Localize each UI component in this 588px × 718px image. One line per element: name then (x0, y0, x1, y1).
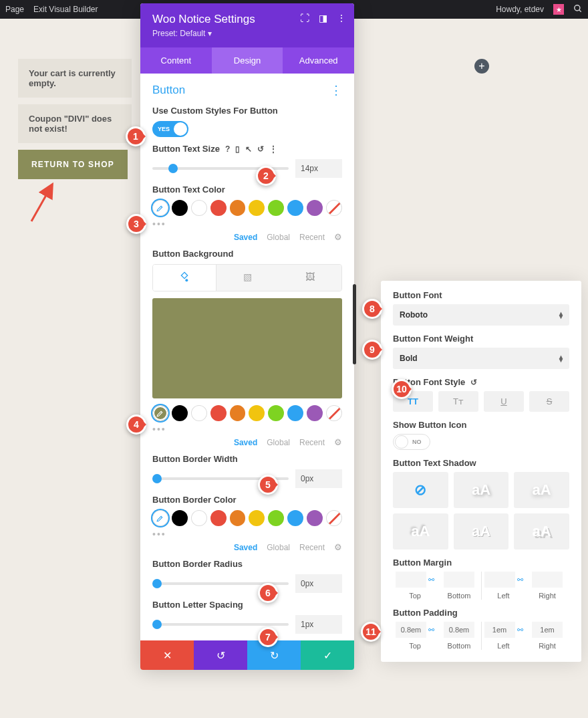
toolbar-howdy[interactable]: Howdy, etdev (496, 5, 544, 14)
swatch-yellow[interactable] (249, 510, 265, 526)
tab-advanced[interactable]: Advanced (283, 47, 354, 74)
gear-icon[interactable]: ⚙ (334, 437, 342, 447)
gear-icon[interactable]: ⚙ (334, 542, 342, 552)
input-letter-spacing[interactable] (295, 615, 342, 634)
panel-scrollbar[interactable] (353, 284, 356, 364)
color-picker-text[interactable] (152, 200, 168, 216)
swatch-green[interactable] (268, 200, 284, 216)
toggle-show-icon[interactable]: NO (393, 434, 430, 450)
panel-menu-icon[interactable]: ⋮ (337, 13, 346, 23)
margin-bottom-input[interactable] (444, 572, 474, 588)
shadow-preset-5[interactable]: aA (514, 513, 569, 550)
swatch-black[interactable] (172, 200, 188, 216)
swatch-tab-recent[interactable]: Recent (299, 543, 325, 552)
shadow-preset-1[interactable]: aA (454, 472, 509, 508)
select-font-weight[interactable]: Bold▴▾ (393, 348, 569, 369)
swatch-orange[interactable] (230, 200, 246, 216)
swatch-tab-recent[interactable]: Recent (299, 233, 325, 242)
expand-icon[interactable]: ⛶ (300, 13, 309, 23)
swatch-red[interactable] (210, 200, 227, 216)
select-button-font[interactable]: Roboto▴▾ (393, 304, 569, 326)
star-icon[interactable]: ★ (553, 4, 564, 15)
save-button[interactable]: ✓ (301, 640, 354, 670)
swatch-white[interactable] (191, 405, 207, 421)
swatch-red[interactable] (210, 405, 227, 421)
style-strike-button[interactable]: S (529, 391, 569, 412)
swatch-tab-saved[interactable]: Saved (234, 233, 257, 242)
more-swatches-icon[interactable]: ••• (152, 529, 342, 540)
swatch-yellow[interactable] (249, 405, 265, 421)
swatch-white[interactable] (191, 200, 207, 216)
swatch-transparent[interactable] (326, 510, 342, 526)
swatch-black[interactable] (172, 510, 188, 526)
swatch-tab-saved[interactable]: Saved (234, 543, 257, 552)
margin-right-input[interactable] (532, 572, 563, 588)
swatch-tab-recent[interactable]: Recent (299, 438, 325, 447)
swatch-blue[interactable] (287, 510, 303, 526)
input-border-width[interactable] (295, 469, 342, 488)
gear-icon[interactable]: ⚙ (334, 232, 342, 242)
responsive-icon[interactable]: ▯ (235, 144, 240, 154)
swatch-green[interactable] (268, 510, 284, 526)
bg-tab-gradient[interactable]: ▧ (216, 265, 279, 291)
bg-tab-color[interactable] (153, 265, 216, 291)
link-icon[interactable]: ⚯ (517, 576, 523, 584)
swatch-blue[interactable] (287, 405, 303, 421)
shadow-preset-3[interactable]: aA (393, 513, 448, 550)
more-swatches-icon[interactable]: ••• (152, 219, 342, 229)
link-icon[interactable]: ⚯ (428, 626, 434, 634)
undo-button[interactable]: ↺ (194, 640, 247, 670)
swatch-transparent[interactable] (326, 200, 342, 216)
shadow-preset-2[interactable]: aA (514, 472, 569, 508)
toolbar-page-link[interactable]: Page (5, 5, 24, 14)
input-text-size[interactable] (295, 159, 342, 178)
tab-design[interactable]: Design (212, 47, 283, 74)
swatch-white[interactable] (191, 510, 207, 526)
swatch-tab-saved[interactable]: Saved (234, 438, 257, 447)
shadow-none[interactable]: ⊘ (393, 472, 448, 508)
padding-top-input[interactable] (396, 622, 426, 638)
swatch-orange[interactable] (230, 510, 246, 526)
swatch-purple[interactable] (307, 405, 323, 421)
margin-top-input[interactable] (396, 572, 426, 588)
return-to-shop-button[interactable]: RETURN TO SHOP (18, 150, 128, 179)
swatch-orange[interactable] (230, 405, 246, 421)
swatch-purple[interactable] (307, 510, 323, 526)
search-icon[interactable] (573, 4, 583, 15)
reset-icon[interactable]: ↺ (257, 144, 264, 154)
link-icon[interactable]: ⚯ (428, 576, 434, 584)
style-underline-button[interactable]: U (484, 391, 524, 412)
padding-left-input[interactable] (484, 622, 515, 638)
swatch-tab-global[interactable]: Global (267, 233, 290, 242)
swatch-green[interactable] (268, 405, 284, 421)
input-border-radius[interactable] (295, 574, 342, 593)
help-icon[interactable]: ? (225, 144, 230, 154)
bg-color-preview[interactable] (152, 298, 342, 398)
padding-right-input[interactable] (532, 622, 563, 638)
more-swatches-icon[interactable]: ••• (152, 424, 342, 435)
slider-letter-spacing[interactable] (152, 623, 289, 626)
tab-content[interactable]: Content (140, 47, 212, 74)
swatch-black[interactable] (172, 405, 188, 421)
hover-icon[interactable]: ↖ (245, 144, 252, 154)
swatch-blue[interactable] (287, 200, 303, 216)
swatch-transparent[interactable] (326, 405, 342, 421)
swatch-red[interactable] (210, 510, 227, 526)
toolbar-exit-builder[interactable]: Exit Visual Builder (33, 5, 98, 14)
margin-left-input[interactable] (484, 572, 515, 588)
option-menu-icon[interactable]: ⋮ (269, 144, 277, 154)
color-picker-bg[interactable] (152, 405, 168, 421)
swatch-yellow[interactable] (249, 200, 265, 216)
style-smallcaps-button[interactable]: Tᴛ (438, 391, 478, 412)
shadow-preset-4[interactable]: aA (454, 513, 509, 550)
close-button[interactable]: ✕ (140, 640, 194, 670)
add-module-button[interactable]: + (474, 59, 489, 74)
swatch-purple[interactable] (307, 200, 323, 216)
panel-preset-selector[interactable]: Preset: Default ▾ (152, 29, 342, 38)
swatch-tab-global[interactable]: Global (267, 438, 290, 447)
color-picker-border[interactable] (152, 510, 168, 526)
swatch-tab-global[interactable]: Global (267, 543, 290, 552)
toggle-custom-styles[interactable]: YES (152, 121, 188, 137)
reset-icon[interactable]: ↺ (470, 378, 477, 387)
section-button-title[interactable]: Button (152, 84, 185, 97)
